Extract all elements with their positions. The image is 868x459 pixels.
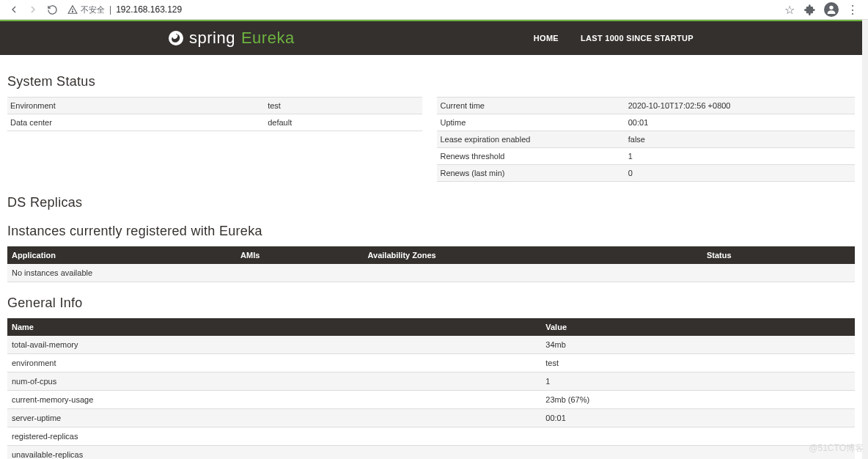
insecure-label: 不安全	[81, 4, 105, 15]
heading-ds-replicas: DS Replicas	[7, 195, 855, 210]
separator: |	[109, 4, 111, 15]
status-key: Renews threshold	[437, 148, 625, 165]
browser-toolbar: 不安全 | 192.168.163.129 ☆ ⋮	[0, 0, 868, 20]
status-row: Environmenttest	[7, 98, 422, 114]
brand[interactable]: spring Eureka	[169, 29, 295, 48]
status-row: Data centerdefault	[7, 114, 422, 131]
general-info-value: test	[541, 354, 855, 372]
menu-icon[interactable]: ⋮	[846, 3, 859, 16]
general-info-header-row: Name Value	[7, 318, 855, 336]
heading-instances: Instances currently registered with Eure…	[7, 224, 855, 239]
instances-table: Application AMIs Availability Zones Stat…	[7, 246, 855, 282]
col-name: Name	[7, 318, 541, 336]
svg-point-1	[72, 11, 73, 12]
status-row: Uptime00:01	[437, 114, 855, 131]
general-info-value: 34mb	[541, 336, 855, 354]
general-info-row: total-avail-memory34mb	[7, 336, 855, 354]
forward-button[interactable]	[25, 1, 41, 18]
brand-eureka-text: Eureka	[241, 29, 295, 48]
status-key: Current time	[437, 98, 625, 114]
status-value: test	[265, 98, 422, 114]
status-key: Data center	[7, 114, 265, 131]
general-info-name: environment	[7, 354, 541, 372]
spring-logo-icon	[169, 31, 183, 45]
status-row: Current time2020-10-10T17:02:56 +0800	[437, 98, 855, 114]
general-info-name: unavailable-replicas	[7, 446, 541, 460]
insecure-badge: 不安全	[67, 4, 105, 15]
status-key: Lease expiration enabled	[437, 131, 625, 148]
heading-system-status: System Status	[7, 74, 855, 89]
status-key: Renews (last min)	[437, 165, 625, 182]
general-info-name: registered-replicas	[7, 427, 541, 446]
back-button[interactable]	[6, 1, 22, 18]
general-info-row: unavailable-replicas	[7, 446, 855, 460]
general-info-row: current-memory-usage23mb (67%)	[7, 391, 855, 409]
status-row: Renews threshold1	[437, 148, 855, 165]
general-info-value: 23mb (67%)	[541, 391, 855, 409]
system-status-left-table: EnvironmenttestData centerdefault	[7, 97, 422, 131]
general-info-table: Name Value total-avail-memory34mbenviron…	[7, 318, 855, 459]
star-icon[interactable]: ☆	[783, 3, 796, 16]
reload-button[interactable]	[44, 1, 60, 18]
instances-header-row: Application AMIs Availability Zones Stat…	[7, 246, 855, 264]
general-info-name: total-avail-memory	[7, 336, 541, 354]
extensions-icon[interactable]	[803, 3, 817, 16]
col-value: Value	[541, 318, 855, 336]
status-value: 00:01	[625, 114, 855, 131]
profile-avatar[interactable]	[824, 2, 839, 17]
instances-empty-row: No instances available	[7, 264, 855, 282]
system-status-right-table: Current time2020-10-10T17:02:56 +0800Upt…	[437, 97, 855, 182]
status-value: false	[625, 131, 855, 148]
general-info-value	[541, 446, 855, 460]
status-row: Lease expiration enabledfalse	[437, 131, 855, 148]
browser-right-icons: ☆ ⋮	[783, 2, 859, 17]
nav-links: HOME LAST 1000 SINCE STARTUP	[534, 34, 694, 43]
general-info-value: 1	[541, 372, 855, 391]
col-amis: AMIs	[236, 246, 363, 264]
general-info-row: environmenttest	[7, 354, 855, 372]
address-bar[interactable]: 不安全 | 192.168.163.129	[67, 4, 780, 15]
heading-general-info: General Info	[7, 295, 855, 311]
nav-link-home[interactable]: HOME	[534, 34, 559, 43]
status-key: Uptime	[437, 114, 625, 131]
status-value: default	[265, 114, 422, 131]
status-value: 1	[625, 148, 855, 165]
general-info-name: server-uptime	[7, 409, 541, 427]
general-info-row: registered-replicas	[7, 427, 855, 446]
page-content: System Status EnvironmenttestData center…	[0, 55, 862, 459]
url-text: 192.168.163.129	[116, 4, 182, 15]
general-info-row: num-of-cpus1	[7, 372, 855, 391]
general-info-row: server-uptime00:01	[7, 409, 855, 427]
status-value: 0	[625, 165, 855, 182]
general-info-name: current-memory-usage	[7, 391, 541, 409]
app-navbar: spring Eureka HOME LAST 1000 SINCE START…	[0, 20, 862, 55]
status-key: Environment	[7, 98, 265, 114]
general-info-name: num-of-cpus	[7, 372, 541, 391]
instances-empty-message: No instances available	[7, 264, 855, 282]
col-availability-zones: Availability Zones	[364, 246, 702, 264]
col-application: Application	[7, 246, 236, 264]
general-info-value: 00:01	[541, 409, 855, 427]
svg-point-2	[829, 6, 833, 10]
system-status-columns: EnvironmenttestData centerdefault Curren…	[7, 97, 855, 182]
col-status: Status	[702, 246, 855, 264]
status-row: Renews (last min)0	[437, 165, 855, 182]
status-value: 2020-10-10T17:02:56 +0800	[625, 98, 855, 114]
nav-link-startup[interactable]: LAST 1000 SINCE STARTUP	[581, 34, 694, 43]
general-info-value	[541, 427, 855, 446]
brand-spring-text: spring	[189, 29, 235, 48]
